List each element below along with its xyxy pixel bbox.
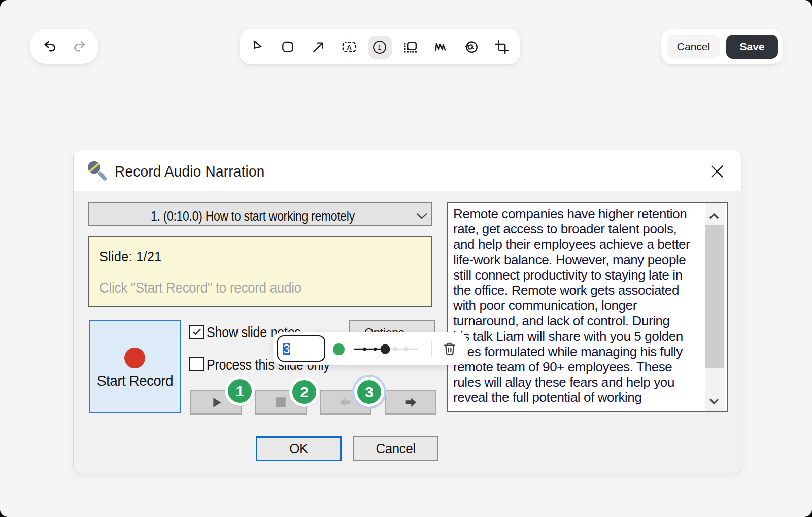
svg-text:A: A — [347, 44, 352, 51]
svg-text:1: 1 — [378, 44, 381, 51]
